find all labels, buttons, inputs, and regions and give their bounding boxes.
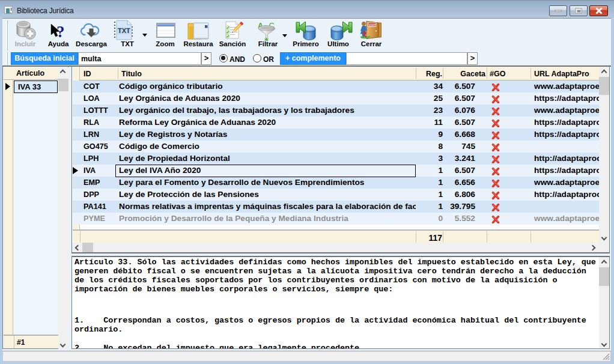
svg-text:TXT: TXT <box>118 27 130 34</box>
svg-text:EXIT: EXIT <box>369 23 376 27</box>
